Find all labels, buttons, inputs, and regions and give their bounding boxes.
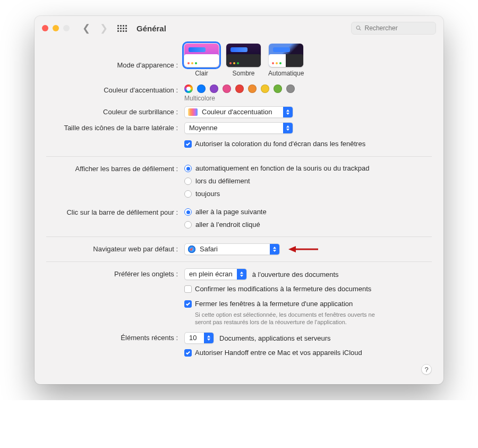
- stepper-icon: [204, 333, 214, 343]
- help-button[interactable]: ?: [421, 364, 432, 375]
- handoff-checkbox[interactable]: Autoriser Handoff entre ce Mac et vos ap…: [184, 347, 432, 359]
- accent-purple[interactable]: [210, 84, 218, 93]
- scroll-click-option-label: aller à la page suivante: [195, 207, 267, 217]
- browser-label: Navigateur web par défaut :: [46, 243, 184, 255]
- forward-button: ❯: [98, 22, 110, 34]
- highlight-swatch-icon: [188, 108, 198, 116]
- preferences-window: ❮ ❯ Général Mode d'apparence : Clair: [35, 16, 443, 384]
- window-title: Général: [136, 24, 166, 33]
- appearance-light[interactable]: Clair: [184, 44, 219, 77]
- scrollbars-option-1[interactable]: lors du défilement: [184, 176, 432, 187]
- appearance-dark-label: Sombre: [232, 70, 254, 77]
- search-field[interactable]: [351, 22, 436, 35]
- browser-value: Safari: [195, 244, 232, 255]
- stepper-icon: [270, 244, 279, 255]
- appearance-auto[interactable]: Automatique: [268, 44, 304, 77]
- search-input[interactable]: [365, 24, 431, 32]
- tabs-select[interactable]: en plein écran: [184, 268, 247, 280]
- scroll-click-label: Clic sur la barre de défilement pour :: [46, 207, 184, 218]
- sidebar-size-label: Taille des icônes de la barre latérale :: [46, 122, 184, 134]
- window-controls: [42, 25, 70, 31]
- accent-caption: Multicolore: [184, 95, 432, 102]
- scrollbars-option-0[interactable]: automatiquement en fonction de la souris…: [184, 163, 432, 174]
- checkbox-icon: [184, 140, 192, 148]
- checkbox-icon: [184, 285, 192, 293]
- svg-marker-1: [288, 246, 296, 252]
- handoff-label: Autoriser Handoff entre ce Mac et vos ap…: [195, 347, 362, 359]
- appearance-light-label: Clair: [195, 70, 208, 77]
- radio-icon: [184, 208, 192, 216]
- highlight-value: Couleur d'accentuation: [198, 107, 286, 117]
- zoom-icon: [63, 25, 70, 31]
- scrollbars-label: Afficher les barres de défilement :: [46, 163, 184, 175]
- scrollbars-option-2[interactable]: toujours: [184, 189, 432, 199]
- scroll-click-radio-group: aller à la page suivantealler à l'endroi…: [184, 207, 432, 230]
- show-all-icon[interactable]: [117, 25, 127, 32]
- appearance-label: Mode d'apparence :: [46, 44, 184, 71]
- stepper-icon: [283, 123, 293, 133]
- scrollbars-option-label: automatiquement en fonction de la souris…: [195, 163, 369, 174]
- stepper-icon: [283, 107, 293, 117]
- wallpaper-tint-checkbox[interactable]: Autoriser la coloration du fond d'écran …: [184, 138, 432, 150]
- recent-label: Éléments récents :: [46, 332, 184, 344]
- minimize-icon[interactable]: [53, 25, 59, 31]
- accent-multicolor[interactable]: [184, 84, 193, 93]
- browser-select[interactable]: Safari: [184, 243, 280, 255]
- scrollbars-radio-group: automatiquement en fonction de la souris…: [184, 163, 432, 199]
- accent-red[interactable]: [235, 84, 244, 93]
- back-button[interactable]: ❮: [80, 22, 92, 34]
- tabs-suffix: à l'ouverture des documents: [252, 271, 339, 278]
- appearance-auto-label: Automatique: [268, 70, 304, 77]
- recent-suffix: Documents, applications et serveurs: [219, 334, 331, 342]
- accent-blue[interactable]: [197, 84, 206, 93]
- recent-select[interactable]: 10: [184, 332, 214, 344]
- accent-yellow[interactable]: [261, 84, 269, 93]
- safari-icon: [188, 246, 195, 253]
- appearance-options: Clair Sombre Automatique: [184, 44, 432, 77]
- accent-green[interactable]: [274, 84, 282, 93]
- close-windows-checkbox[interactable]: Fermer les fenêtres à la fermeture d'une…: [184, 298, 432, 310]
- sidebar-size-select[interactable]: Moyenne: [184, 122, 293, 134]
- scrollbars-option-label: toujours: [195, 189, 220, 199]
- highlight-label: Couleur de surbrillance :: [46, 106, 184, 118]
- checkbox-icon: [184, 349, 192, 357]
- checkbox-icon: [184, 300, 192, 308]
- accent-label: Couleur d'accentuation :: [46, 84, 184, 96]
- annotation-arrow-icon: [287, 244, 319, 255]
- confirm-changes-label: Confirmer les modifications à la fermetu…: [195, 283, 371, 295]
- wallpaper-tint-label: Autoriser la coloration du fond d'écran …: [195, 138, 365, 150]
- sidebar-size-value: Moyenne: [185, 123, 231, 133]
- radio-icon: [184, 190, 192, 198]
- highlight-select[interactable]: Couleur d'accentuation: [184, 106, 293, 118]
- radio-icon: [184, 177, 192, 185]
- confirm-changes-checkbox[interactable]: Confirmer les modifications à la fermetu…: [184, 283, 432, 295]
- scroll-click-option-0[interactable]: aller à la page suivante: [184, 207, 432, 217]
- close-windows-label: Fermer les fenêtres à la fermeture d'une…: [195, 298, 353, 310]
- tabs-label: Préférer les onglets :: [46, 268, 184, 280]
- stepper-icon: [237, 269, 246, 280]
- accent-orange[interactable]: [248, 84, 257, 93]
- radio-icon: [184, 165, 192, 172]
- accent-graphite[interactable]: [286, 84, 295, 93]
- accent-swatches: [184, 84, 432, 93]
- scrollbars-option-label: lors du défilement: [195, 176, 250, 187]
- search-icon: [356, 25, 362, 31]
- scroll-click-option-1[interactable]: aller à l'endroit cliqué: [184, 219, 432, 230]
- scroll-click-option-label: aller à l'endroit cliqué: [195, 219, 260, 230]
- accent-pink[interactable]: [223, 84, 231, 93]
- appearance-dark[interactable]: Sombre: [226, 44, 261, 77]
- radio-icon: [184, 221, 192, 229]
- titlebar: ❮ ❯ Général: [35, 16, 443, 40]
- close-icon[interactable]: [42, 25, 48, 31]
- close-windows-hint: Si cette option est sélectionnée, les do…: [195, 311, 375, 326]
